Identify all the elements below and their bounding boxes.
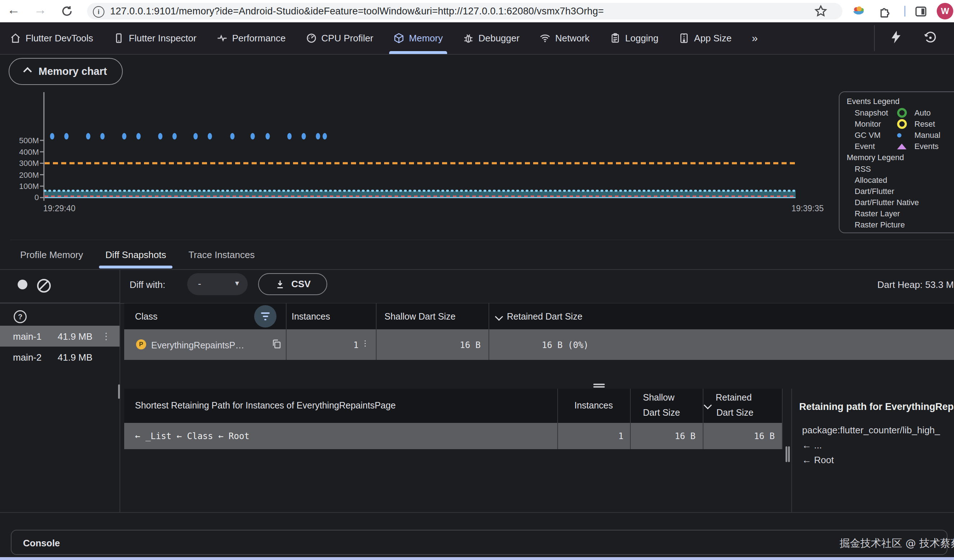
browser-toolbar: ← → i 127.0.0.1:9101/memory?ide=Android-… [0, 0, 954, 23]
bookmark-star-icon[interactable] [814, 5, 827, 18]
legend-item-dart-flutter: Dart/Flutter [855, 186, 954, 197]
help-icon[interactable]: ? [14, 310, 26, 323]
instances-cell: 1 [310, 340, 359, 350]
toolbar-divider [904, 6, 906, 17]
class-name-cell[interactable]: EverythingRepaintsP… [151, 340, 244, 350]
gauge-icon [306, 33, 317, 44]
nav-tab-cpu-profiler[interactable]: CPU Profiler [306, 22, 373, 54]
panel-resize-handle[interactable] [788, 446, 790, 462]
copy-icon[interactable] [271, 338, 282, 350]
gc-vm-dot-icon [897, 133, 901, 137]
path-shallow-header-line1[interactable]: Shallow [643, 392, 675, 403]
snapshot-auto-icon [897, 108, 907, 118]
y-tick-100m: 100M [10, 181, 39, 191]
hot-reload-lightning-icon[interactable] [889, 30, 904, 45]
retained-column-header[interactable]: Retained Dart Size [507, 311, 583, 322]
retaining-path-line: ← Root [802, 454, 834, 466]
table-splitter-handle[interactable] [593, 386, 605, 387]
site-info-icon[interactable]: i [93, 6, 104, 18]
cell-kebab-icon[interactable]: ⋮ [362, 339, 369, 348]
col-divider [376, 303, 377, 360]
col-divider [703, 389, 703, 449]
legend-item-raster-layer: Raster Layer [855, 208, 954, 219]
table-splitter-handle[interactable] [593, 384, 605, 385]
legend-row-monitor: Monitor Reset [855, 118, 954, 129]
app-size-file-icon [679, 33, 689, 44]
history-restore-icon[interactable] [923, 30, 937, 44]
nav-tab-app-size[interactable]: App Size [679, 22, 731, 54]
take-snapshot-icon[interactable] [18, 280, 27, 289]
path-table-title: Shortest Retaining Path for Instances of… [135, 400, 396, 411]
nav-tab-flutter-devtools[interactable]: Flutter DevTools [10, 22, 93, 54]
class-table-selected-row[interactable] [124, 329, 954, 360]
sidebar-resize-handle[interactable] [118, 384, 120, 399]
instances-column-header[interactable]: Instances [292, 311, 330, 322]
clear-snapshots-icon[interactable] [37, 279, 51, 292]
side-panel-icon[interactable] [914, 5, 928, 18]
logging-clipboard-icon [610, 33, 620, 44]
nav-tab-memory[interactable]: Memory [393, 22, 443, 54]
browser-reload-icon[interactable] [61, 5, 73, 18]
x-label-end: 19:39:35 [752, 204, 824, 213]
pulse-icon [217, 33, 228, 44]
console-top-divider [0, 512, 954, 513]
retaining-path-line: ← ... [802, 440, 822, 451]
retaining-path-cell[interactable]: ← _List ← Class ← Root [135, 431, 249, 441]
nav-tab-logging[interactable]: Logging [610, 22, 659, 54]
memory-cube-icon [393, 33, 404, 44]
retaining-panel-divider [791, 389, 792, 512]
console-panel[interactable]: Console [11, 530, 948, 555]
diff-with-dropdown[interactable]: - ▾ [187, 273, 248, 295]
path-retained-header-line1[interactable]: Retained [716, 392, 752, 403]
nav-tab-debugger[interactable]: Debugger [463, 22, 519, 54]
class-column-header[interactable]: Class [135, 311, 158, 322]
memory-legend-title: Memory Legend [840, 152, 954, 163]
nav-tab-performance[interactable]: Performance [217, 22, 286, 54]
nav-overflow-chevrons[interactable]: » [752, 32, 758, 44]
legend-item-rss: RSS [855, 163, 954, 174]
nav-tab-network[interactable]: Network [539, 22, 589, 54]
watermark: 掘金技术社区 @ 技术蔡蔡 [840, 536, 954, 551]
panel-resize-handle[interactable] [786, 446, 787, 462]
avatar[interactable]: W [937, 3, 953, 19]
memory-chart-collapse-button[interactable]: Memory chart [9, 58, 123, 85]
csv-export-button[interactable]: CSV [258, 273, 327, 295]
snapshot-row-main-2[interactable]: main-2 41.9 MB [0, 347, 120, 367]
monitor-reset-icon [897, 119, 907, 129]
window-bottom-bar [0, 557, 954, 560]
col-divider [286, 303, 287, 360]
row-menu-kebab-icon[interactable]: ⋮ [101, 331, 111, 342]
filter-icon[interactable] [254, 305, 276, 328]
path-retained-cell: 16 B [709, 431, 775, 441]
path-instances-header[interactable]: Instances [557, 400, 630, 411]
panel-top-border [10, 240, 954, 240]
chevron-down-icon: ▾ [235, 278, 239, 288]
url-text: 127.0.0.1:9101/memory?ide=Android-Studio… [110, 6, 604, 17]
extension-fruit-icon[interactable] [852, 4, 865, 18]
phone-icon [114, 33, 124, 44]
memory-chart [0, 90, 832, 216]
shallow-column-header[interactable]: Shallow Dart Size [385, 311, 455, 322]
legend-row-gc-vm: GC VM Manual [855, 129, 954, 141]
nav-tab-flutter-inspector[interactable]: Flutter Inspector [114, 22, 196, 54]
address-bar[interactable]: i 127.0.0.1:9101/memory?ide=Android-Stud… [87, 3, 842, 19]
tab-profile-memory[interactable]: Profile Memory [19, 240, 84, 269]
y-tick-300m: 300M [10, 159, 39, 168]
browser-forward-icon[interactable]: → [33, 2, 48, 17]
extensions-puzzle-icon[interactable] [878, 5, 892, 18]
y-tick-500m: 500M [10, 136, 39, 146]
retaining-panel-title: Retaining path for EverythingRepa [799, 401, 954, 412]
tab-diff-snapshots[interactable]: Diff Snapshots [105, 240, 167, 269]
legend-row-event: Event Events [855, 141, 954, 152]
x-label-start: 19:29:40 [43, 204, 76, 213]
path-retained-header-line2[interactable]: Dart Size [716, 408, 753, 418]
devtools-nav-bar: Flutter DevTools Flutter Inspector Perfo… [0, 22, 954, 54]
snapshot-row-main-1[interactable]: main-1 41.9 MB ⋮ [0, 326, 120, 347]
chevron-up-icon [23, 67, 32, 76]
legend-item-allocated: Allocated [855, 174, 954, 186]
path-shallow-header-line2[interactable]: Dart Size [643, 408, 680, 418]
browser-back-icon[interactable]: ← [6, 2, 22, 17]
path-shallow-cell: 16 B [630, 431, 695, 441]
tab-trace-instances[interactable]: Trace Instances [187, 240, 255, 269]
col-divider [557, 389, 558, 449]
